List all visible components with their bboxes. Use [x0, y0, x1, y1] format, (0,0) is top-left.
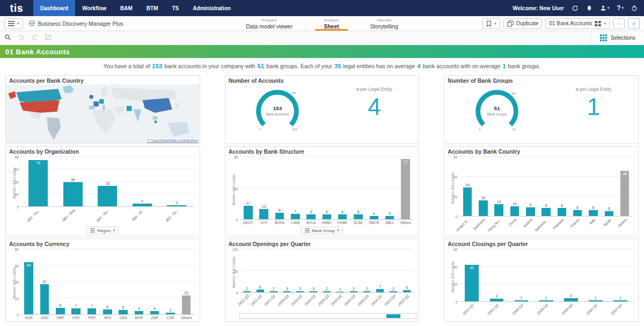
power-icon[interactable]	[631, 5, 638, 11]
tab-prepare[interactable]: Prepare Data model viewer	[237, 16, 301, 31]
bar-Netherla...[interactable]	[541, 208, 550, 216]
tab-analyze[interactable]: Analyze Sheet	[315, 16, 348, 31]
x-label[interactable]: United S...	[459, 216, 475, 236]
bookmarks-button[interactable]: ▾	[482, 18, 500, 29]
x-label[interactable]: France	[570, 216, 586, 236]
x-label[interactable]: Pakistan	[554, 216, 569, 236]
bar-Italy[interactable]	[589, 210, 597, 216]
bar-2019-Q4[interactable]	[515, 300, 529, 301]
bar-France[interactable]	[573, 210, 582, 216]
map-region-malaysia[interactable]	[154, 120, 157, 123]
bar-2013-Q1[interactable]	[403, 290, 411, 292]
world-map[interactable]: © OpenStreetMap contributors	[6, 84, 200, 143]
step-back-icon[interactable]	[18, 33, 25, 43]
bar-EUR[interactable]	[24, 262, 33, 314]
user-menu[interactable]: ▾	[600, 5, 610, 11]
accounts-by-currency-chart[interactable]: Number of Accounts0204060806437877654422…	[6, 248, 200, 321]
map-region-italy[interactable]	[103, 105, 105, 110]
nav-item-administration[interactable]: Administration	[186, 0, 238, 16]
chart-scrollbar[interactable]	[239, 313, 417, 319]
bar-2019-Q1[interactable]	[336, 292, 344, 292]
x-label[interactable]: 2019-Q3	[534, 302, 559, 321]
global-menu-button[interactable]: ▾	[4, 18, 23, 29]
map-region-spain[interactable]	[89, 106, 95, 109]
bar-GBP[interactable]	[56, 308, 64, 314]
gauge-svg[interactable]: 0 50 51 51 Bank Groups	[465, 84, 529, 139]
bar-China[interactable]	[510, 206, 519, 216]
bar-003 - So...[interactable]	[167, 205, 186, 206]
x-label[interactable]: 2013-Q1	[400, 293, 414, 312]
bar-2020-Q1[interactable]	[310, 291, 317, 292]
previous-sheet-button[interactable]: ‹	[613, 18, 625, 29]
bar-HVBK[interactable]	[338, 214, 347, 219]
bar-002 - No...[interactable]	[98, 186, 117, 206]
region-selector[interactable]: Region ▾	[6, 227, 200, 234]
nav-item-btm[interactable]: BTM	[140, 0, 165, 16]
bar-MYR[interactable]	[135, 311, 143, 314]
bar-2018-Q3[interactable]	[350, 291, 357, 292]
bar-2013-Q4[interactable]	[613, 300, 627, 301]
bar-CNY[interactable]	[71, 308, 80, 314]
bank-group-selector[interactable]: Bank Group ▾	[225, 227, 419, 234]
selections-button[interactable]: Selections	[591, 31, 644, 45]
nav-item-workflow[interactable]: Workflow	[75, 0, 113, 16]
bar-HSBC[interactable]	[323, 214, 331, 219]
x-label[interactable]: 003 - So...	[159, 207, 194, 226]
bar-2019-Q3[interactable]	[539, 300, 553, 301]
bar-004 - Af...[interactable]	[133, 204, 152, 206]
bar-2021-Q2[interactable]	[465, 265, 479, 301]
bar-Others[interactable]	[401, 159, 409, 219]
bar-CAD[interactable]	[119, 310, 127, 314]
accounts-by-organization-chart[interactable]: Number of Accounts02040608075393342001 -…	[6, 155, 200, 226]
x-label[interactable]: 004 - Af...	[125, 207, 160, 226]
bar-BYLA[interactable]	[306, 214, 315, 219]
map-region-france[interactable]	[93, 102, 99, 107]
bar-Others[interactable]	[182, 295, 191, 314]
bar-Others[interactable]	[620, 171, 629, 216]
x-label[interactable]: 2016-Q2	[583, 302, 608, 321]
x-label[interactable]: 2021-Q2	[459, 302, 484, 321]
bar-005 - Asia[interactable]	[63, 182, 83, 206]
bar-CZK[interactable]	[166, 313, 174, 314]
bar-2020-Q2[interactable]	[296, 291, 304, 292]
help-menu[interactable]: ? ▾	[617, 4, 624, 12]
accounts-gauge[interactable]: 0 100 153 153 Bank Accounts	[225, 84, 330, 143]
x-label[interactable]: 2018-Q4	[559, 302, 583, 321]
map-region-pakistan[interactable]	[127, 106, 132, 111]
x-label[interactable]: Others	[398, 220, 413, 226]
bar-Spain[interactable]	[605, 211, 613, 216]
bar-SBLL[interactable]	[385, 216, 394, 219]
tab-narrate[interactable]: Narrate Storytelling	[362, 16, 407, 31]
x-label[interactable]: 005 - Asia	[56, 207, 91, 226]
bar-USD[interactable]	[40, 284, 49, 314]
nav-item-dashboard[interactable]: Dashboard	[33, 0, 75, 16]
x-label[interactable]: 2021-Q1	[484, 302, 509, 321]
x-label[interactable]: 2013-Q4	[608, 302, 633, 321]
nav-item-bam[interactable]: BAM	[113, 0, 140, 16]
bar-2021-Q3[interactable]	[243, 291, 251, 292]
bar-2018-Q4[interactable]	[564, 298, 578, 301]
next-sheet-button[interactable]: ›	[628, 18, 640, 29]
x-label[interactable]: Spain	[601, 216, 617, 236]
map-region-japan[interactable]	[175, 103, 178, 108]
bar-2013-Q4[interactable]	[390, 291, 397, 292]
bar-Austria[interactable]	[526, 207, 535, 216]
duplicate-button[interactable]: Duplicate	[503, 18, 543, 29]
map-region-southeast-asia[interactable]	[153, 116, 157, 119]
bell-icon[interactable]	[586, 5, 592, 12]
bank-groups-gauge[interactable]: 0 50 51 51 Bank Groups	[444, 84, 549, 143]
bar-2020-Q3[interactable]	[283, 291, 291, 292]
bar-RBCR[interactable]	[370, 216, 378, 219]
bar-2021-Q1[interactable]	[490, 299, 504, 301]
bar-Hong Ko...[interactable]	[494, 204, 503, 216]
accounts-by-bank-structure-chart[interactable]: Number of Accounts0408017138766664477DEU…	[225, 155, 419, 226]
bar-2016-Q2[interactable]	[589, 300, 603, 301]
smart-search-icon[interactable]	[4, 33, 11, 43]
account-openings-per-quarter-chart[interactable]: Number of Accounts0501002623232122725202…	[225, 248, 419, 312]
bar-PKR[interactable]	[87, 308, 96, 314]
bar-2019-Q3[interactable]	[323, 291, 331, 292]
x-label[interactable]: Germany	[475, 216, 491, 236]
bar-HKD[interactable]	[103, 309, 112, 314]
x-label[interactable]: 001 - Eu...	[21, 207, 56, 226]
accounts-by-bank-country-chart[interactable]: Number of Accounts0204060291612109886654…	[444, 155, 638, 236]
